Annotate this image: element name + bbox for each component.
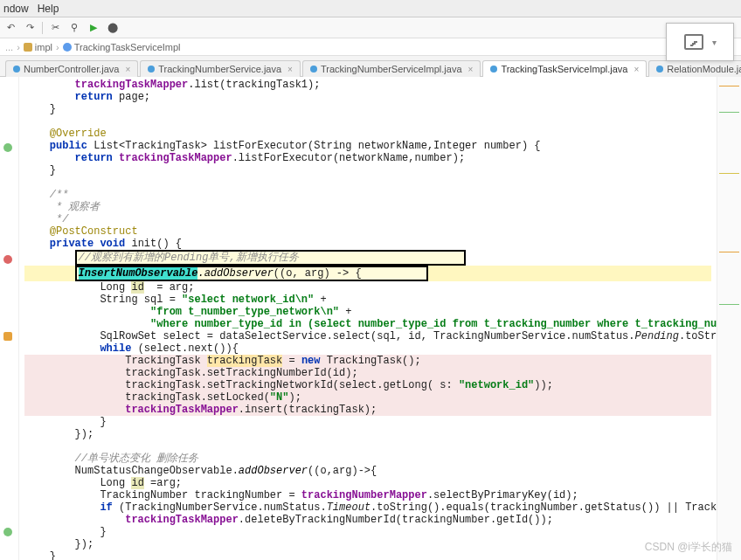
code-token: = arg; xyxy=(144,281,195,294)
code-token: trackingTaskMapper xyxy=(125,404,239,416)
java-icon xyxy=(148,66,155,73)
tab-tracking-number-service[interactable]: TrackingNumberService.java × xyxy=(140,60,301,77)
editor: trackingTaskMapper.list(trackingTask1); … xyxy=(0,77,741,560)
code-token: new xyxy=(301,355,321,367)
java-icon xyxy=(310,66,317,73)
code-token: */ xyxy=(50,213,69,225)
close-icon[interactable]: × xyxy=(468,65,474,74)
code-token: + xyxy=(339,306,351,318)
tab-label: TrackingTaskServiceImpl.java xyxy=(501,64,627,74)
code-token: page; xyxy=(113,91,150,103)
tab-relation-module[interactable]: RelationModule.java × xyxy=(648,60,741,77)
code-token: .addObserver xyxy=(197,267,273,280)
close-icon[interactable]: × xyxy=(634,65,639,74)
code-token: )); xyxy=(534,379,553,391)
code-token: + xyxy=(314,294,326,306)
override-gutter-icon[interactable] xyxy=(3,143,12,152)
tab-tracking-number-service-impl[interactable]: TrackingNumberServiceImpl.java × xyxy=(302,60,481,77)
code-token: Timeout xyxy=(327,501,370,514)
code-token: .listForExecutor(networkName,number); xyxy=(232,152,465,164)
editor-tabs: NumberController.java × TrackingNumberSe… xyxy=(0,56,741,77)
play-icon[interactable]: ▶ xyxy=(87,21,100,35)
code-token: "where number_type_id in (select number_… xyxy=(150,318,717,330)
warning-gutter-icon[interactable] xyxy=(3,332,12,341)
breadcrumb-class-label: TrackingTaskServiceImpl xyxy=(74,42,181,52)
breadcrumb-class[interactable]: TrackingTaskServiceImpl xyxy=(63,42,181,52)
code-token: NumStatusChangeObservable. xyxy=(75,465,239,477)
code-token: return xyxy=(75,91,113,103)
tab-tracking-task-service-impl[interactable]: TrackingTaskServiceImpl.java × xyxy=(482,60,647,77)
scissors-icon[interactable]: ✂ xyxy=(48,21,62,35)
code-token: List<TrackingTask> listForExecutor(Strin… xyxy=(87,140,540,152)
code-token: public xyxy=(50,140,87,152)
tab-label: TrackingNumberServiceImpl.java xyxy=(321,64,462,74)
minimap[interactable] xyxy=(717,77,741,560)
code-area[interactable]: trackingTaskMapper.list(trackingTask1); … xyxy=(19,77,717,560)
stop-icon[interactable]: ⬤ xyxy=(106,21,120,35)
highlight-box: //观察到有新增的Pending单号,新增执行任务 xyxy=(75,250,466,266)
code-token: @Override xyxy=(50,128,107,140)
code-token: } xyxy=(50,103,56,115)
code-token: //单号状态变化 删除任务 xyxy=(75,453,199,465)
java-icon xyxy=(13,66,20,73)
code-token: ((o, arg) -> { xyxy=(274,267,362,280)
code-token: trackingTask.setLocked( xyxy=(125,391,270,404)
code-token: init() { xyxy=(125,238,182,250)
chevron-down-icon[interactable]: ▾ xyxy=(712,38,717,47)
menu-help[interactable]: Help xyxy=(38,3,59,15)
code-token: private void xyxy=(50,238,125,250)
code-token: "from t_number_type_network\n" xyxy=(150,306,339,318)
code-token: if xyxy=(100,501,112,514)
close-icon[interactable]: × xyxy=(125,65,130,74)
code-token: Long xyxy=(100,477,131,489)
code-token: .toString().equals(trackingNumber.getSta… xyxy=(370,501,717,514)
code-token: @PostConstruct xyxy=(50,225,138,238)
code-token: SqlRowSet select = dataSelectService.sel… xyxy=(100,330,634,342)
code-token: * 观察者 xyxy=(50,201,100,213)
code-token: "N" xyxy=(270,391,289,404)
undo-icon[interactable]: ↶ xyxy=(3,21,17,35)
code-token: id xyxy=(131,281,143,294)
minimap-mark xyxy=(719,173,739,174)
code-token: .deleteByTrackingNumberId(trackingNumber… xyxy=(239,514,553,526)
code-token: } xyxy=(100,416,106,428)
breadcrumb-prefix: ... xyxy=(5,42,13,52)
close-icon[interactable]: × xyxy=(287,65,293,74)
class-icon xyxy=(63,43,72,52)
redo-icon[interactable]: ↷ xyxy=(23,21,37,35)
java-icon xyxy=(490,66,497,73)
code-token: trackingTask.setTrackingNumberId(id); xyxy=(125,367,357,379)
code-token: ); xyxy=(288,391,301,404)
minimap-mark xyxy=(719,252,739,252)
override-gutter-icon[interactable] xyxy=(3,528,12,536)
code-token: }); xyxy=(75,538,94,550)
menu-window[interactable]: ndow xyxy=(3,3,29,15)
code-token: addObserver xyxy=(239,465,308,477)
code-token: //观察到有新增的Pending单号,新增执行任务 xyxy=(79,252,299,264)
attach-icon[interactable]: ⚲ xyxy=(67,21,81,35)
code-token: "network_id" xyxy=(459,379,534,391)
breadcrumb: ... › impl › TrackingTaskServiceImpl xyxy=(0,38,741,56)
code-token: TrackingNumber trackingNumber = xyxy=(100,489,301,501)
menubar: ndow Help xyxy=(0,0,741,17)
code-token: Long xyxy=(100,281,131,294)
minimap-mark xyxy=(719,86,739,86)
code-token: InsertNumObservable xyxy=(79,267,198,280)
breadcrumb-folder[interactable]: impl xyxy=(24,42,52,52)
image-icon xyxy=(684,34,703,50)
code-token: trackingTaskMapper xyxy=(75,79,189,91)
code-token: trackingNumberMapper xyxy=(301,489,427,501)
code-token: trackingTaskMapper xyxy=(113,152,232,164)
code-token: } xyxy=(50,164,56,176)
code-token: while xyxy=(100,342,131,355)
tab-number-controller[interactable]: NumberController.java × xyxy=(5,60,138,77)
code-token: .toString()); xyxy=(679,330,717,342)
code-token: /** xyxy=(50,189,69,201)
gutter[interactable] xyxy=(0,77,19,560)
java-icon xyxy=(656,66,663,73)
toolbar-sep xyxy=(42,22,43,34)
image-preview-panel[interactable]: ▾ xyxy=(666,23,734,61)
breakpoint-icon[interactable] xyxy=(3,255,12,264)
code-token: .list(trackingTask1); xyxy=(188,79,320,91)
toolbar: ↶ ↷ ✂ ⚲ ▶ ⬤ xyxy=(0,17,741,38)
